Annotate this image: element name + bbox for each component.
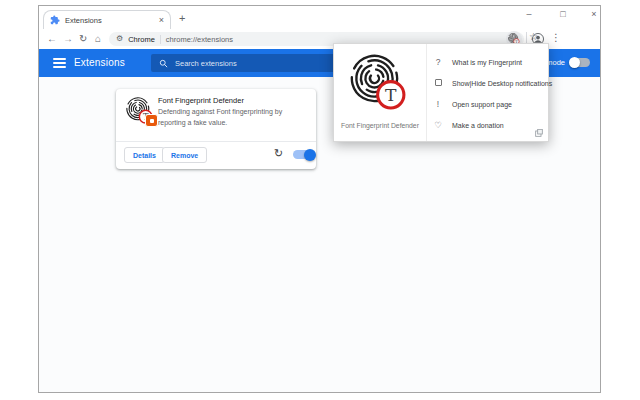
reload-extension-icon[interactable]: ↻ [274, 147, 283, 160]
extension-title: Font Fingerprint Defender [158, 96, 244, 105]
exclamation-icon: ! [432, 99, 444, 109]
developer-mode-toggle[interactable] [570, 58, 590, 67]
page-info-icon[interactable]: ⚙ [116, 35, 123, 43]
heart-icon: ♡ [432, 120, 444, 130]
popout-icon[interactable] [535, 129, 543, 137]
popup-extension-name: Font Fingerprint Defender [334, 122, 426, 129]
reload-icon[interactable]: ↻ [79, 32, 87, 46]
forward-icon[interactable]: → [63, 32, 73, 46]
menu-item-open-support-page[interactable]: ! Open support page [432, 97, 512, 111]
error-badge-icon [145, 114, 158, 127]
page-title: Extensions [74, 57, 125, 68]
card-divider [116, 141, 316, 142]
extension-description: Defending against Font fingerprinting by… [158, 107, 308, 128]
tab-title: Extensions [65, 16, 154, 25]
back-icon[interactable]: ← [47, 32, 57, 46]
popup-branding: Font Fingerprint Defender [334, 44, 427, 141]
details-button[interactable]: Details [124, 147, 165, 163]
new-tab-button[interactable]: + [179, 12, 185, 24]
minimize-button[interactable]: – [522, 9, 536, 19]
menu-item-make-a-donation[interactable]: ♡ Make a donation [432, 118, 504, 132]
search-placeholder: Search extensions [175, 59, 237, 68]
extension-card: Font Fingerprint Defender Defending agai… [116, 89, 316, 169]
checkbox-icon[interactable] [432, 78, 444, 88]
browser-window: Extensions × + – □ × ← → ↻ ⌂ ⚙ Chrome ch… [38, 5, 601, 393]
omnibox-separator [160, 35, 161, 44]
tab-strip: Extensions × + – □ × [39, 6, 600, 29]
remove-button[interactable]: Remove [162, 147, 207, 163]
menu-item-desktop-notifications[interactable]: Show|Hide Desktop notifications [432, 76, 552, 90]
close-window-button[interactable]: × [587, 9, 601, 19]
extension-popup: Font Fingerprint Defender ? What is my F… [333, 43, 549, 142]
question-icon: ? [432, 57, 444, 67]
fingerprint-logo-icon [350, 54, 408, 112]
search-icon [159, 59, 168, 68]
browser-menu-icon[interactable]: ⋮ [551, 32, 561, 43]
extension-card-icon [126, 97, 154, 125]
menu-item-what-is-my-fingerprint[interactable]: ? What is my Fingerprint [432, 55, 522, 69]
site-label: Chrome [128, 35, 155, 44]
puzzle-favicon-icon [50, 15, 60, 25]
maximize-button[interactable]: □ [556, 9, 570, 19]
extension-enabled-toggle[interactable] [293, 150, 315, 159]
tab-close-icon[interactable]: × [159, 16, 164, 25]
url-text: chrome://extensions [166, 35, 233, 44]
home-icon[interactable]: ⌂ [95, 32, 101, 46]
hamburger-menu-icon[interactable] [53, 58, 66, 71]
tab-extensions[interactable]: Extensions × [43, 10, 171, 29]
